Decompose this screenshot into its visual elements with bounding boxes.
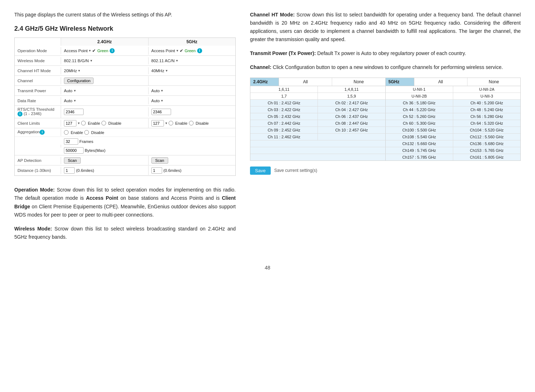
ch-all-5[interactable]: All bbox=[414, 78, 468, 86]
agg-disable-radio[interactable]: Disable bbox=[84, 130, 104, 135]
agg-enable-disable: Enable Disable bbox=[61, 129, 235, 136]
save-button[interactable]: Save bbox=[250, 167, 271, 175]
cl-enable-5[interactable]: Enable bbox=[169, 121, 188, 125]
cl-input-24[interactable] bbox=[64, 120, 76, 126]
term-wireless-mode: Wireless Mode: bbox=[14, 226, 52, 232]
ch-24-r3c2[interactable]: Ch 02 : 2.417 GHz bbox=[318, 100, 385, 106]
cell-channel-24: Configuration bbox=[61, 76, 149, 85]
ch-row-5-24: Ch 05 : 2.432 GHz Ch 06 : 2.437 GHz bbox=[250, 113, 386, 120]
cl-disable-5[interactable]: Disable bbox=[189, 121, 209, 125]
ch-5-r1c2[interactable]: U-NII-2A bbox=[453, 86, 520, 93]
cl-5-arrow[interactable]: ▾ bbox=[165, 121, 167, 125]
ch-24-r6c2[interactable]: Ch 08 : 2.447 GHz bbox=[318, 120, 385, 126]
ht-5-arrow[interactable]: ▾ bbox=[166, 69, 168, 73]
ch-5-r8c1[interactable]: Ch108 : 5.540 GHz bbox=[386, 134, 453, 140]
ch-24-r4c2[interactable]: Ch 04 : 2.427 GHz bbox=[318, 106, 385, 113]
op-mode-24-info[interactable]: i bbox=[110, 48, 115, 53]
ch-24-r4c1[interactable]: Ch 03 : 2.422 GHz bbox=[250, 106, 318, 113]
table-row-wireless-mode: Wireless Mode 802.11 B/G/N ▾ 802.11 AC/N… bbox=[15, 56, 235, 66]
ch-row-8: Ch 11 : 2.462 GHz Ch108 : 5.540 GHz Ch11… bbox=[250, 134, 520, 140]
cell-wm-5: 802.11 AC/N ▾ bbox=[149, 57, 236, 64]
cl-24-arrow[interactable]: ▾ bbox=[78, 121, 80, 125]
ch-5-r4c1[interactable]: Ch 44 : 5.220 GHz bbox=[386, 106, 453, 113]
ch-5-r2c2[interactable]: U-NII-3 bbox=[453, 93, 520, 99]
ch-24-r6c1[interactable]: Ch 07 : 2.442 GHz bbox=[250, 120, 318, 126]
ch-row-8-5: Ch108 : 5.540 GHz Ch112 : 5.560 GHz bbox=[386, 134, 521, 140]
agg-enable-radio[interactable]: Enable bbox=[64, 130, 83, 135]
ch-24-r2c1[interactable]: 1,7 bbox=[250, 93, 318, 99]
tx-5-arrow[interactable]: ▾ bbox=[161, 89, 163, 93]
cl-disable-24[interactable]: Disable bbox=[101, 121, 121, 125]
ch-5-r10c1[interactable]: Ch149 : 5.745 GHz bbox=[386, 147, 453, 154]
dist-input-24[interactable] bbox=[64, 167, 75, 174]
ch-row-1: 1,6,11 1,4,8,11 U-NII-1 U-NII-2A bbox=[250, 86, 520, 93]
ch-5-r11c1[interactable]: Ch157 : 5.785 GHz bbox=[386, 154, 453, 160]
ch-5-r6c2[interactable]: Ch 64 : 5.320 GHz bbox=[453, 120, 520, 126]
ch-row-3: Ch 01 : 2.412 GHz Ch 02 : 2.417 GHz Ch 3… bbox=[250, 100, 520, 106]
table-row-channel-ht: Channel HT Mode 20MHz ▾ 40MHz ▾ bbox=[15, 66, 235, 76]
col-24ghz-header: 2.4GHz bbox=[61, 38, 149, 46]
ch-24-r10-empty bbox=[250, 147, 385, 154]
freq-header-row: 2.4GHz 5GHz bbox=[15, 38, 235, 46]
agg-frames-input[interactable] bbox=[64, 138, 78, 145]
ch-5-r1c1[interactable]: U-NII-1 bbox=[386, 86, 453, 93]
wm-5-arrow[interactable]: ▾ bbox=[176, 59, 178, 63]
table-row-tx-power: Transmit Power Auto ▾ Auto ▾ bbox=[15, 86, 235, 96]
label-client-limits: Client Limits bbox=[15, 120, 61, 127]
cell-dr-5: Auto ▾ bbox=[149, 97, 236, 104]
ch-24-r1c2[interactable]: 1,4,8,11 bbox=[318, 86, 385, 93]
ch-row-9-5: Ch132 : 5.660 GHz Ch136 : 5.680 GHz bbox=[386, 140, 521, 147]
ch-5-r3c1[interactable]: Ch 36 : 5.180 GHz bbox=[386, 100, 453, 106]
ch-5-r11c2[interactable]: Ch161 : 5.805 GHz bbox=[453, 154, 520, 160]
cl-enable-24[interactable]: Enable bbox=[81, 121, 100, 125]
scan-button-5[interactable]: Scan bbox=[151, 157, 168, 164]
ch-24-r5c2[interactable]: Ch 06 : 2.437 GHz bbox=[318, 113, 385, 120]
ch-24-r5c1[interactable]: Ch 05 : 2.432 GHz bbox=[250, 113, 318, 120]
wm-24-arrow[interactable]: ▾ bbox=[90, 59, 92, 63]
ch-5-r4c2[interactable]: Ch 48 : 5.240 GHz bbox=[453, 106, 520, 113]
op-mode-5-text: Access Point bbox=[151, 49, 175, 53]
rts-input-24[interactable] bbox=[64, 109, 84, 115]
ch-24-r1c1[interactable]: 1,6,11 bbox=[250, 86, 318, 93]
ch-24-r2c2[interactable]: 1,5,9 bbox=[318, 93, 385, 99]
ht-24-arrow[interactable]: ▾ bbox=[78, 69, 80, 73]
agg-info-icon[interactable]: i bbox=[40, 130, 45, 135]
tx-24-arrow[interactable]: ▾ bbox=[74, 89, 76, 93]
dist-input-5[interactable] bbox=[151, 167, 162, 174]
ch-5-r7c2[interactable]: Ch104 : 5.520 GHz bbox=[453, 127, 520, 133]
ch-none-5[interactable]: None bbox=[468, 78, 520, 86]
ch-5-r5c2[interactable]: Ch 56 : 5.280 GHz bbox=[453, 113, 520, 120]
ch-5-r9c2[interactable]: Ch136 : 5.680 GHz bbox=[453, 140, 520, 147]
ch-24-r7c2[interactable]: Ch 10 : 2.457 GHz bbox=[318, 127, 385, 133]
config-button[interactable]: Configuration bbox=[64, 78, 94, 84]
ch-5-r9c1[interactable]: Ch132 : 5.660 GHz bbox=[386, 140, 453, 147]
term-channel: Channel: bbox=[250, 64, 271, 70]
ch-5-r7c1[interactable]: Ch100 : 5.500 GHz bbox=[386, 127, 453, 133]
ch-24-r7c1[interactable]: Ch 09 : 2.452 GHz bbox=[250, 127, 318, 133]
ch-24-r8c1[interactable]: Ch 11 : 2.462 GHz bbox=[250, 134, 318, 140]
ch-5-r3c2[interactable]: Ch 40 : 5.200 GHz bbox=[453, 100, 520, 106]
cell-channel-5 bbox=[149, 79, 236, 82]
rts-input-5[interactable] bbox=[151, 109, 171, 115]
ch-5-r8c2[interactable]: Ch112 : 5.560 GHz bbox=[453, 134, 520, 140]
ch-5-r10c2[interactable]: Ch153 : 5.765 GHz bbox=[453, 147, 520, 154]
ht-5-text: 40MHz bbox=[151, 69, 164, 73]
ch-all-24[interactable]: All bbox=[279, 78, 332, 86]
agg-bytes-input[interactable] bbox=[64, 147, 84, 154]
op-mode-24-arrow[interactable]: ▾ bbox=[89, 49, 91, 53]
ch-5-r2c1[interactable]: U-NII-2B bbox=[386, 93, 453, 99]
op-mode-5-info[interactable]: i bbox=[197, 48, 202, 53]
ch-row-9-24 bbox=[250, 140, 386, 147]
dr-5-arrow[interactable]: ▾ bbox=[161, 99, 163, 103]
dr-24-arrow[interactable]: ▾ bbox=[74, 99, 76, 103]
ch-row-11-5: Ch157 : 5.785 GHz Ch161 : 5.805 GHz bbox=[386, 154, 521, 160]
ch-header-5: 5GHz All None bbox=[386, 78, 521, 86]
cl-input-5[interactable] bbox=[151, 120, 164, 126]
op-mode-5-arrow[interactable]: ▾ bbox=[176, 49, 178, 53]
scan-button-24[interactable]: Scan bbox=[64, 157, 81, 164]
ch-none-24[interactable]: None bbox=[332, 78, 385, 86]
ch-5-r6c1[interactable]: Ch 60 : 5.300 GHz bbox=[386, 120, 453, 126]
ch-24-r3c1[interactable]: Ch 01 : 2.412 GHz bbox=[250, 100, 318, 106]
ch-5-r5c1[interactable]: Ch 52 : 5.260 GHz bbox=[386, 113, 453, 120]
rts-info-icon[interactable]: i bbox=[18, 111, 22, 116]
